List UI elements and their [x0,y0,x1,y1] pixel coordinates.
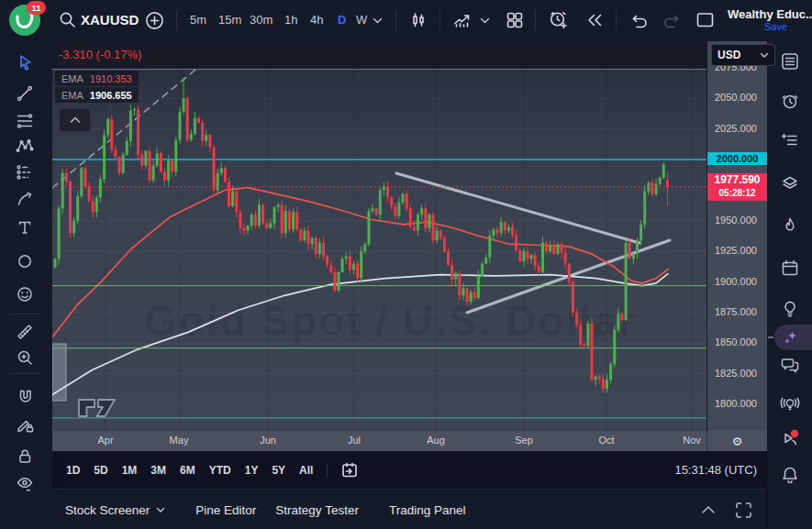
lock-icon [15,446,35,466]
timeframe-menu-chevron-icon[interactable] [373,17,383,25]
range-all[interactable]: All [299,464,313,477]
create-alert-icon[interactable] [548,9,570,31]
lightbulb-icon [779,298,801,320]
watchlist-button[interactable] [776,48,804,75]
zoom-in-tool-button[interactable] [12,345,38,370]
price-label: 1950.000 [715,215,757,226]
trend-line-tool-button[interactable] [12,81,38,106]
measure-tool-button[interactable] [12,319,38,345]
bar-replay-icon[interactable] [584,11,605,29]
object-tree-button[interactable] [776,170,804,197]
stay-in-drawing-mode-button[interactable] [12,412,38,437]
expand-panel-chevron-icon[interactable] [701,505,716,514]
brush-tool-button[interactable] [12,186,38,212]
tradingview-logo[interactable] [76,396,122,420]
undo-icon[interactable] [628,11,649,29]
strategy-tester-tab[interactable]: Strategy Tester [275,503,359,517]
range-1y[interactable]: 1Y [245,464,259,477]
timeframe-1h[interactable]: 1h [284,13,297,27]
stock-screener-tab[interactable]: Stock Screener [65,503,165,517]
live-ideas-button[interactable] [776,390,804,417]
right-sidebar [766,41,812,529]
price-label: 2050.000 [715,92,757,103]
indicators-menu-chevron-icon[interactable] [480,17,490,25]
fullscreen-icon[interactable] [734,501,753,520]
magnet-mode-button[interactable] [12,384,38,410]
timeframe-1w[interactable]: W [356,13,367,27]
ema-legend-row[interactable]: EMA 1906.655 [55,87,139,103]
ai-assistant-button[interactable] [776,324,804,351]
timeframe-15m[interactable]: 15m [218,13,241,27]
watchlist-icon [779,50,801,72]
layout-grid-icon[interactable] [506,11,524,29]
currency-dropdown[interactable]: USD [711,44,775,66]
chart-plot-area[interactable]: Gold Spot / U.S. Dollar -3.310 (-0.17%) … [52,41,706,431]
notes-button[interactable] [776,127,804,154]
timeframe-5m[interactable]: 5m [190,13,206,27]
month-label: Oct [598,435,614,446]
fib-retracement-tool-button[interactable] [12,108,38,134]
date-axis[interactable]: Apr May Jun Jul Aug Sep Oct Nov [52,431,706,451]
sidebar-handle[interactable] [768,336,773,338]
price-label: 1800.000 [715,398,757,409]
range-1m[interactable]: 1M [122,464,138,477]
notification-count-badge: 11 [27,1,46,15]
range-5y[interactable]: 5Y [272,464,285,477]
pine-editor-tab[interactable]: Pine Editor [195,503,256,517]
notifications-button[interactable] [776,461,804,489]
chart-style-candles-icon[interactable] [409,11,428,29]
indicators-icon[interactable] [452,11,473,29]
calendar-button[interactable] [776,254,804,281]
top-toolbar: 11 XAUUSD 5m 15m 30m 1h 4h D W [0,0,812,42]
timeframe-4h[interactable]: 4h [310,13,323,27]
lock-drawings-button[interactable] [12,443,38,468]
streams-button[interactable] [776,424,804,452]
chat-button[interactable] [776,351,804,379]
bell-icon [779,464,801,486]
price-axis[interactable]: 2075.000 2050.000 2025.000 2000.000 1950… [706,41,767,431]
pane-separator[interactable] [52,69,766,70]
timeframe-30m[interactable]: 30m [250,13,273,27]
sparkles-icon [779,326,801,348]
price-label: 1875.000 [715,306,757,317]
toolbar-divider [439,10,440,30]
forecast-tool-button[interactable] [12,160,38,185]
hide-drawings-button[interactable] [12,470,38,496]
save-button[interactable]: Save [764,21,787,32]
alerts-button[interactable] [776,87,804,115]
price-chart[interactable] [52,41,706,431]
eye-icon [15,473,35,493]
range-1d[interactable]: 1D [66,464,80,477]
timeframe-1d[interactable]: D [338,13,346,27]
chevron-up-icon [70,116,81,124]
account-name[interactable]: Wealthy Educ... [728,7,812,21]
cursor-tool-button[interactable] [12,50,38,75]
trading-panel-tab[interactable]: Trading Panel [389,503,466,517]
text-tool-button[interactable] [12,215,38,240]
chart-settings-button[interactable]: ⚙ [706,431,767,451]
emoji-tool-button[interactable] [12,281,38,307]
alert-price-label[interactable]: 2000.000 [707,152,767,165]
range-ytd[interactable]: YTD [209,464,231,477]
range-5d[interactable]: 5D [94,464,107,477]
toolbar-divider [176,10,177,30]
range-3m[interactable]: 3M [150,464,166,477]
collapse-legend-button[interactable] [59,108,91,132]
go-to-date-icon[interactable] [339,461,360,479]
strategy-tester-label: Strategy Tester [275,503,359,517]
pattern-tool-button[interactable] [12,134,38,160]
redo-icon[interactable] [662,11,683,29]
search-icon[interactable] [59,11,77,29]
save-layout-box-icon[interactable] [695,11,716,29]
shapes-tool-button[interactable] [12,248,38,274]
range-toolbar: 1D 5D 1M 3M 6M YTD 1Y 5Y All 15:31:48 (U… [52,451,766,489]
symbol-search-button[interactable]: XAUUSD [81,12,139,28]
ema-legend-row[interactable]: EMA 1910.353 [55,71,139,86]
hotlists-button[interactable] [776,212,804,239]
range-6m[interactable]: 6M [180,464,195,477]
server-clock[interactable]: 15:31:48 (UTC) [674,463,757,477]
month-label: Aug [427,435,445,446]
compare-add-icon[interactable] [145,11,165,31]
live-dot [791,430,798,437]
ideas-button[interactable] [776,295,804,323]
